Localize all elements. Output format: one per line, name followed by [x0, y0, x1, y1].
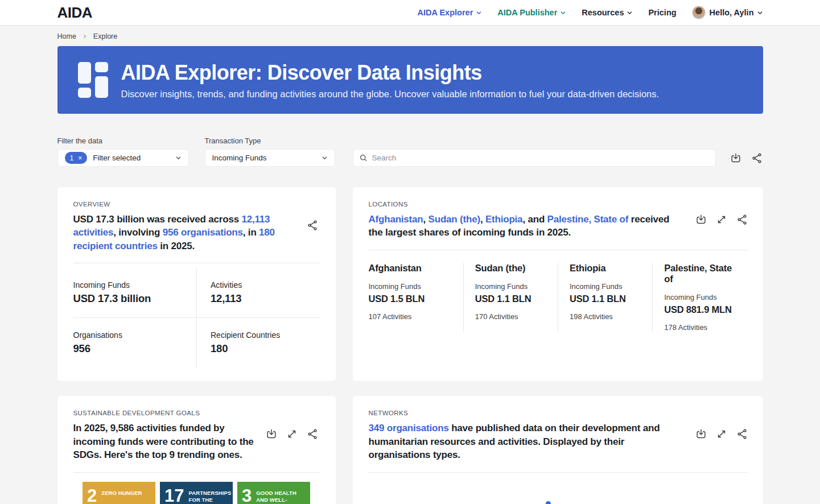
overview-heading: USD 17.3 billion was received across 12,…	[73, 213, 278, 253]
breadcrumb-home[interactable]: Home	[57, 32, 76, 40]
location-column-palestine: Palestine, State of Incoming Funds USD 8…	[652, 263, 747, 332]
locations-card: LOCATIONS Afghanistan, Sudan (the), Ethi…	[353, 187, 763, 381]
activities-count: 107 Activities	[369, 312, 455, 321]
locations-heading-text: , and	[522, 214, 547, 225]
breadcrumb: Home Explore	[57, 26, 763, 46]
chevron-right-icon	[82, 34, 88, 39]
sdg-title: ZERO HUNGER	[101, 490, 142, 504]
locations-card-label: LOCATIONS	[369, 201, 747, 208]
transaction-type-value: Incoming Funds	[212, 154, 267, 162]
organisations-link[interactable]: 349 organisations	[369, 423, 449, 433]
share-button[interactable]	[736, 213, 748, 226]
hero-banner: AIDA Explorer: Discover Data Insights Di…	[57, 46, 763, 114]
stat-label: Recipient Countries	[211, 331, 320, 340]
filter-label: Filter the data	[57, 137, 189, 145]
stat-value: 180	[211, 342, 320, 355]
clear-filter-icon[interactable]: ×	[78, 155, 82, 162]
share-button[interactable]	[751, 152, 763, 164]
share-button[interactable]	[736, 428, 748, 440]
aida-logo[interactable]: AIDA	[57, 4, 93, 22]
page-title: AIDA Explorer: Discover Data Insights	[121, 61, 660, 85]
network-graph[interactable]	[369, 478, 747, 504]
breadcrumb-current: Explore	[93, 32, 117, 40]
download-icon	[695, 213, 707, 226]
overview-heading-text: in 2025.	[158, 241, 195, 251]
sdg-tile-partnerships[interactable]: 17 PARTNERSHIPS FOR THE GOALS	[160, 482, 233, 504]
sdg-card: SUSTAINABLE DEVELOPMENT GOALS In 2025, 9…	[57, 396, 336, 504]
nav-aida-explorer[interactable]: AIDA Explorer	[418, 8, 483, 17]
download-button[interactable]	[695, 213, 707, 226]
sdg-tile-zero-hunger[interactable]: 2 ZERO HUNGER	[83, 482, 155, 504]
main-nav: AIDA Explorer AIDA Publisher Resources P…	[418, 6, 763, 19]
country-name: Ethiopia	[570, 263, 644, 274]
top-navigation-bar: AIDA AIDA Explorer AIDA Publisher Resour…	[0, 0, 820, 26]
funds-value: USD 1.1 BLN	[570, 294, 644, 304]
transaction-type-label: Transaction Type	[205, 137, 335, 145]
chevron-down-icon	[175, 155, 182, 161]
funds-value: USD 881.9 MLN	[664, 304, 739, 315]
funds-value: USD 1.1 BLN	[475, 294, 550, 304]
filter-dropdown[interactable]: 1 × Filter selected	[57, 149, 189, 167]
share-icon	[751, 152, 763, 164]
download-icon	[695, 428, 707, 440]
filter-dropdown-value: Filter selected	[93, 154, 141, 162]
palestine-link[interactable]: Palestine, State of	[547, 214, 629, 225]
funds-label: Incoming Funds	[369, 282, 455, 291]
share-icon	[736, 213, 748, 226]
location-column-afghanistan: Afghanistan Incoming Funds USD 1.5 BLN 1…	[369, 263, 463, 332]
expand-button[interactable]	[715, 213, 728, 226]
sdg-card-label: SUSTAINABLE DEVELOPMENT GOALS	[73, 410, 320, 416]
overview-heading-text: , in	[243, 227, 259, 238]
download-button[interactable]	[730, 152, 742, 164]
afghanistan-link[interactable]: Afghanistan	[369, 214, 423, 225]
stat-label: Activities	[211, 280, 320, 290]
chevron-down-icon	[560, 10, 566, 16]
filter-count-pill[interactable]: 1 ×	[65, 152, 88, 164]
expand-icon	[715, 428, 728, 440]
nav-pricing-label: Pricing	[648, 8, 676, 17]
search-icon	[359, 154, 368, 162]
transaction-type-dropdown[interactable]: Incoming Funds	[205, 149, 335, 167]
stat-value: 956	[73, 342, 197, 355]
sdg-number: 2	[87, 487, 97, 504]
chevron-down-icon	[627, 10, 633, 16]
nav-resources-label: Resources	[582, 8, 624, 17]
overview-heading-text: USD 17.3 billion was received across	[73, 214, 242, 225]
download-button[interactable]	[695, 428, 707, 440]
download-button[interactable]	[265, 428, 278, 440]
nav-aida-publisher[interactable]: AIDA Publisher	[497, 8, 566, 17]
search-box[interactable]	[353, 149, 716, 167]
networks-card-label: NETWORKS	[369, 410, 747, 416]
sdg-title: GOOD HEALTH AND WELL-BEING	[256, 490, 303, 504]
sudan-link[interactable]: Sudan (the)	[428, 214, 480, 225]
share-button[interactable]	[306, 428, 319, 440]
country-name: Palestine, State of	[664, 263, 739, 284]
download-icon	[730, 152, 742, 164]
networks-card: NETWORKS 349 organisations have publishe…	[353, 396, 763, 504]
expand-button[interactable]	[715, 428, 728, 440]
sdg-number: 17	[164, 487, 184, 504]
activities-count: 170 Activities	[475, 312, 550, 321]
sdg-title: PARTNERSHIPS FOR THE GOALS	[188, 490, 231, 504]
stat-value: USD 17.3 billion	[73, 292, 197, 305]
funds-label: Incoming Funds	[664, 293, 739, 301]
network-graph-node	[546, 501, 551, 504]
nav-aida-explorer-label: AIDA Explorer	[418, 8, 473, 17]
nav-pricing[interactable]: Pricing	[648, 8, 676, 17]
filter-count: 1	[70, 154, 74, 162]
networks-heading: 349 organisations have published data on…	[369, 422, 747, 461]
share-icon	[306, 219, 319, 232]
activities-count: 178 Activities	[664, 323, 739, 332]
chevron-down-icon	[757, 10, 763, 16]
stat-value: 12,113	[211, 292, 320, 305]
expand-button[interactable]	[286, 428, 298, 440]
search-input[interactable]	[372, 154, 710, 162]
share-button[interactable]	[306, 219, 319, 232]
nav-aida-publisher-label: AIDA Publisher	[497, 8, 557, 17]
user-menu[interactable]: Hello, Aylin	[692, 6, 763, 19]
nav-resources[interactable]: Resources	[582, 8, 633, 17]
country-name: Sudan (the)	[475, 263, 550, 274]
ethiopia-link[interactable]: Ethiopia	[485, 214, 522, 225]
organisations-link[interactable]: 956 organisations	[163, 227, 243, 238]
sdg-tile-good-health[interactable]: 3 GOOD HEALTH AND WELL-BEING	[237, 482, 310, 504]
